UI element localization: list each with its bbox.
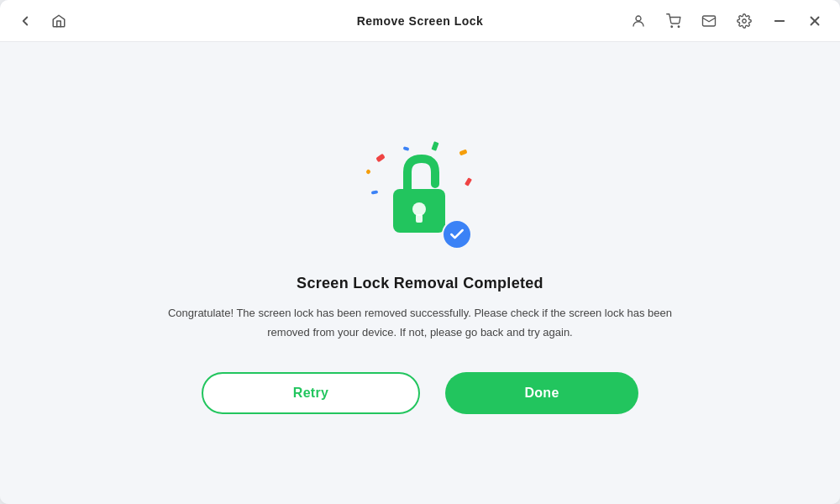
close-icon[interactable] (803, 9, 827, 33)
check-badge (442, 219, 472, 249)
app-window: Remove Screen Lock (0, 0, 840, 504)
titlebar: Remove Screen Lock (0, 0, 840, 42)
svg-point-1 (671, 26, 673, 28)
retry-button[interactable]: Retry (202, 372, 420, 414)
confetti-6 (371, 191, 379, 195)
confetti-7 (365, 169, 371, 175)
svg-point-2 (678, 26, 680, 28)
mail-icon[interactable] (697, 9, 721, 33)
home-button[interactable] (47, 9, 71, 33)
completion-description: Congratulate! The screen lock has been r… (160, 304, 680, 341)
main-content: Screen Lock Removal Completed Congratula… (0, 42, 840, 504)
svg-point-4 (743, 18, 747, 23)
svg-point-9 (412, 202, 426, 216)
account-icon[interactable] (627, 9, 650, 33)
settings-icon[interactable] (732, 9, 756, 33)
completion-title: Screen Lock Removal Completed (297, 275, 543, 292)
titlebar-right (627, 9, 827, 33)
svg-rect-10 (416, 214, 423, 223)
lock-icon-container (361, 132, 479, 258)
minimize-icon[interactable] (768, 9, 791, 33)
svg-point-0 (636, 16, 641, 21)
titlebar-left (13, 9, 71, 33)
window-title: Remove Screen Lock (357, 14, 484, 28)
button-row: Retry Done (202, 372, 638, 414)
confetti-5 (465, 178, 472, 186)
done-button[interactable]: Done (445, 372, 638, 414)
back-button[interactable] (13, 9, 37, 33)
cart-icon[interactable] (662, 9, 685, 33)
